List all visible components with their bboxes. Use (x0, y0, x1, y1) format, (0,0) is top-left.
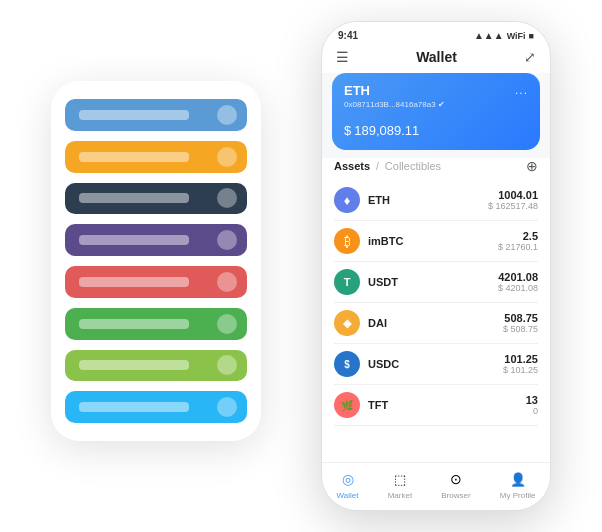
browser-nav-label: Browser (441, 491, 470, 500)
card-3-icon (217, 188, 237, 208)
eth-name: ETH (368, 194, 488, 206)
eth-amount: 1004.01 $ 162517.48 (488, 189, 538, 211)
usdc-amount: 101.25 $ 101.25 (503, 353, 538, 375)
card-6[interactable] (65, 308, 247, 340)
asset-row-dai[interactable]: ◈ DAI 508.75 $ 508.75 (334, 303, 538, 344)
scene: 9:41 ▲▲▲ WiFi ■ ☰ Wallet ⤢ ... ETH 0x087… (31, 21, 571, 511)
profile-nav-label: My Profile (500, 491, 536, 500)
tab-assets[interactable]: Assets (334, 160, 370, 172)
tft-amount: 13 0 (526, 394, 538, 416)
tft-name: TFT (368, 399, 526, 411)
usdt-amount: 4201.08 $ 4201.08 (498, 271, 538, 293)
eth-logo: ♦ (334, 187, 360, 213)
imbtc-name: imBTC (368, 235, 498, 247)
card-1-icon (217, 105, 237, 125)
bottom-nav: ◎ Wallet ⬚ Market ⊙ Browser 👤 My Profile (322, 462, 550, 510)
tft-logo: 🌿 (334, 392, 360, 418)
imbtc-logo: ₿ (334, 228, 360, 254)
asset-list: ♦ ETH 1004.01 $ 162517.48 ₿ imBTC 2.5 $ … (322, 180, 550, 462)
eth-card-title: ETH (344, 83, 528, 98)
asset-row-usdc[interactable]: $ USDC 101.25 $ 101.25 (334, 344, 538, 385)
usdc-logo: $ (334, 351, 360, 377)
eth-card[interactable]: ... ETH 0x08711d3B...8416a78a3 ✔ $189,08… (332, 73, 540, 150)
usdt-amount-usd: $ 4201.08 (498, 283, 538, 293)
phone-header: ☰ Wallet ⤢ (322, 45, 550, 73)
card-4-icon (217, 230, 237, 250)
battery-icon: ■ (529, 31, 534, 41)
usdc-name: USDC (368, 358, 503, 370)
card-5-icon (217, 272, 237, 292)
status-bar: 9:41 ▲▲▲ WiFi ■ (322, 22, 550, 45)
expand-icon[interactable]: ⤢ (524, 49, 536, 65)
asset-row-eth[interactable]: ♦ ETH 1004.01 $ 162517.48 (334, 180, 538, 221)
usdc-amount-usd: $ 101.25 (503, 365, 538, 375)
nav-profile[interactable]: 👤 My Profile (500, 469, 536, 500)
asset-row-tft[interactable]: 🌿 TFT 13 0 (334, 385, 538, 426)
eth-amount-main: 1004.01 (488, 189, 538, 201)
status-icons: ▲▲▲ WiFi ■ (474, 30, 534, 41)
tft-amount-usd: 0 (526, 406, 538, 416)
signal-icon: ▲▲▲ (474, 30, 504, 41)
card-6-label (79, 319, 189, 329)
menu-icon[interactable]: ☰ (336, 49, 349, 65)
card-7-icon (217, 355, 237, 375)
card-6-icon (217, 314, 237, 334)
background-phone (51, 81, 261, 441)
card-7[interactable] (65, 350, 247, 382)
market-nav-label: Market (388, 491, 412, 500)
card-8-icon (217, 397, 237, 417)
card-1[interactable] (65, 99, 247, 131)
dai-name: DAI (368, 317, 503, 329)
imbtc-amount: 2.5 $ 21760.1 (498, 230, 538, 252)
browser-nav-icon: ⊙ (446, 469, 466, 489)
card-5[interactable] (65, 266, 247, 298)
tab-collectibles[interactable]: Collectibles (385, 160, 441, 172)
imbtc-amount-usd: $ 21760.1 (498, 242, 538, 252)
tabs-left: Assets / Collectibles (334, 160, 441, 172)
card-2[interactable] (65, 141, 247, 173)
card-8-label (79, 402, 189, 412)
time: 9:41 (338, 30, 358, 41)
tab-separator: / (376, 161, 379, 172)
dai-amount: 508.75 $ 508.75 (503, 312, 538, 334)
card-3[interactable] (65, 183, 247, 215)
page-title: Wallet (416, 49, 457, 65)
card-2-label (79, 152, 189, 162)
wallet-nav-icon: ◎ (338, 469, 358, 489)
usdt-name: USDT (368, 276, 498, 288)
nav-market[interactable]: ⬚ Market (388, 469, 412, 500)
market-nav-icon: ⬚ (390, 469, 410, 489)
card-4[interactable] (65, 224, 247, 256)
eth-card-more[interactable]: ... (515, 83, 528, 97)
imbtc-amount-main: 2.5 (498, 230, 538, 242)
assets-tabs: Assets / Collectibles ⊕ (322, 158, 550, 180)
card-7-label (79, 360, 189, 370)
card-2-icon (217, 147, 237, 167)
balance-value: 189,089.11 (354, 123, 419, 138)
dai-amount-main: 508.75 (503, 312, 538, 324)
usdt-logo: T (334, 269, 360, 295)
card-3-label (79, 193, 189, 203)
dai-amount-usd: $ 508.75 (503, 324, 538, 334)
card-1-label (79, 110, 189, 120)
dai-logo: ◈ (334, 310, 360, 336)
eth-amount-usd: $ 162517.48 (488, 201, 538, 211)
eth-card-balance: $189,089.11 (344, 117, 528, 140)
tft-amount-main: 13 (526, 394, 538, 406)
usdt-amount-main: 4201.08 (498, 271, 538, 283)
balance-symbol: $ (344, 123, 351, 138)
asset-row-imbtc[interactable]: ₿ imBTC 2.5 $ 21760.1 (334, 221, 538, 262)
profile-nav-icon: 👤 (508, 469, 528, 489)
wifi-icon: WiFi (507, 31, 526, 41)
nav-wallet[interactable]: ◎ Wallet (337, 469, 359, 500)
main-phone: 9:41 ▲▲▲ WiFi ■ ☰ Wallet ⤢ ... ETH 0x087… (321, 21, 551, 511)
wallet-nav-label: Wallet (337, 491, 359, 500)
card-8[interactable] (65, 391, 247, 423)
card-5-label (79, 277, 189, 287)
card-4-label (79, 235, 189, 245)
eth-card-address: 0x08711d3B...8416a78a3 ✔ (344, 100, 528, 109)
add-asset-icon[interactable]: ⊕ (526, 158, 538, 174)
nav-browser[interactable]: ⊙ Browser (441, 469, 470, 500)
asset-row-usdt[interactable]: T USDT 4201.08 $ 4201.08 (334, 262, 538, 303)
usdc-amount-main: 101.25 (503, 353, 538, 365)
